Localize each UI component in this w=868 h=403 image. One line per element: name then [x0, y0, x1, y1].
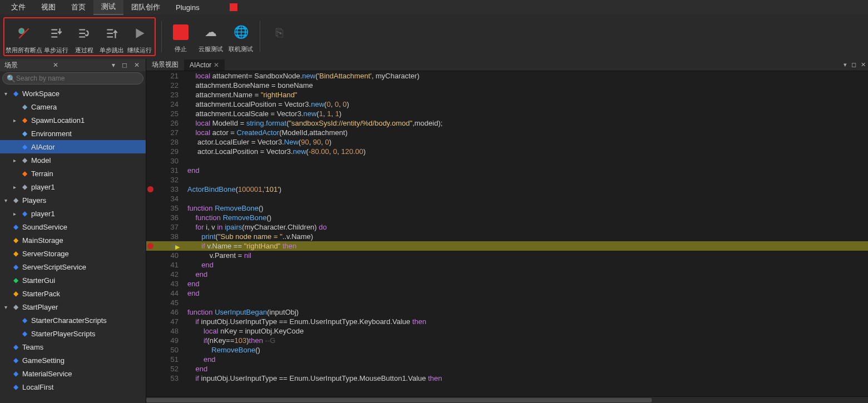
expand-icon[interactable]: ▸ — [11, 157, 18, 163]
tree-node-AIActor[interactable]: ◆AIActor — [0, 140, 146, 153]
search-input[interactable] — [2, 72, 143, 84]
exit-button[interactable]: ⎘ — [266, 19, 292, 54]
breakpoint-gutter[interactable] — [146, 374, 156, 383]
tree-node-StarterCharacterScripts[interactable]: ◆StarterCharacterScripts — [0, 314, 146, 327]
tab-aiactor[interactable]: AIActor ✕ — [184, 59, 225, 71]
breakpoint-gutter[interactable] — [146, 128, 156, 137]
tree-node-SpawnLocation1[interactable]: ▸◆SpawnLocation1 — [0, 113, 146, 127]
tree-node-player1[interactable]: ▸◆player1 — [0, 180, 146, 193]
code-area[interactable]: 21 local attachment= SandboxNode.new('Bi… — [146, 71, 868, 396]
restore-icon[interactable]: ◻ — [849, 61, 859, 68]
tree-node-GameSetting[interactable]: ◆GameSetting — [0, 354, 146, 367]
code-line[interactable]: 40 v.Parent = nil — [146, 251, 868, 260]
popout-icon[interactable]: ◻ — [120, 61, 129, 69]
breakpoint-gutter[interactable] — [146, 364, 156, 374]
breakpoint-gutter[interactable] — [146, 213, 156, 222]
dropdown-icon[interactable]: ▾ — [841, 61, 849, 68]
network-test-button[interactable]: 🌐 联机测试 — [227, 19, 254, 54]
breakpoint-gutter[interactable] — [146, 345, 156, 355]
code-line[interactable]: 37 for i, v in ipairs(myCharacter.Childr… — [146, 222, 868, 232]
scene-tree[interactable]: ▾◆WorkSpace◆Camera▸◆SpawnLocation1◆Envir… — [0, 86, 146, 403]
tree-node-StarterPlayerScripts[interactable]: ◆StarterPlayerScripts — [0, 327, 146, 340]
breakpoint-gutter[interactable] — [146, 260, 156, 270]
breakpoint-gutter[interactable] — [146, 279, 156, 288]
step-run-button[interactable]: 单步运行 — [43, 20, 70, 56]
code-line[interactable]: 43end — [146, 279, 868, 288]
menu-测试[interactable]: 测试 — [93, 0, 123, 15]
expand-icon[interactable]: ▾ — [2, 304, 9, 310]
expand-icon[interactable]: ▸ — [11, 184, 18, 190]
tree-node-Terrain[interactable]: ◆Terrain — [0, 167, 146, 180]
cloud-test-button[interactable]: ☁ 云服测试 — [197, 19, 224, 54]
code-line[interactable]: 30 — [146, 156, 868, 166]
code-line[interactable]: 49 if(nKey==103)then --G — [146, 336, 868, 345]
menu-视图[interactable]: 视图 — [33, 0, 63, 14]
breakpoint-gutter[interactable] — [146, 241, 156, 251]
breakpoint-gutter[interactable] — [146, 90, 156, 99]
code-line[interactable]: 41 end — [146, 260, 868, 270]
code-line[interactable]: 46function UserInputBegan(inputObj) — [146, 307, 868, 317]
expand-icon[interactable]: ▸ — [11, 117, 18, 123]
code-line[interactable]: 53 if inputObj.UserInputType == Enum.Use… — [146, 374, 868, 383]
breakpoint-gutter[interactable] — [146, 326, 156, 336]
breakpoint-gutter[interactable] — [146, 185, 156, 194]
code-line[interactable]: 24 attachment.LocalPosition = Vector3.ne… — [146, 99, 868, 109]
breakpoint-gutter[interactable] — [146, 222, 156, 232]
tree-node-StartPlayer[interactable]: ▾◆StartPlayer — [0, 300, 146, 314]
step-over-button[interactable]: 逐过程 — [71, 20, 97, 56]
breakpoint-gutter[interactable] — [146, 251, 156, 260]
code-line[interactable]: 50 RemoveBone() — [146, 345, 868, 355]
stop-button[interactable]: 停止 — [167, 19, 194, 54]
tree-node-StarterPack[interactable]: ◆StarterPack — [0, 287, 146, 300]
code-line[interactable]: 25 attachment.LocalScale = Vector3.new(1… — [146, 109, 868, 118]
tree-node-player1[interactable]: ▸◆player1 — [0, 207, 146, 220]
breakpoint-gutter[interactable] — [146, 288, 156, 298]
tree-node-LocalFirst[interactable]: ◆LocalFirst — [0, 380, 146, 394]
code-line[interactable]: 21 local attachment= SandboxNode.new('Bi… — [146, 71, 868, 81]
code-line[interactable]: 34 — [146, 194, 868, 203]
breakpoint-gutter[interactable] — [146, 175, 156, 185]
menu-文件[interactable]: 文件 — [3, 0, 33, 14]
code-line[interactable]: 48 local nKey = inputObj.KeyCode — [146, 326, 868, 336]
breakpoint-gutter[interactable] — [146, 81, 156, 90]
code-line[interactable]: 26 local ModelId = string.format("sandbo… — [146, 118, 868, 128]
code-line[interactable]: 44end — [146, 288, 868, 298]
code-line[interactable]: 38 print("Sub node name = "..v.Name) — [146, 232, 868, 241]
continue-button[interactable]: 继续运行 — [126, 20, 153, 56]
code-line[interactable]: 32 — [146, 175, 868, 185]
breakpoint-gutter[interactable] — [146, 298, 156, 307]
close-icon[interactable]: ✕ — [51, 61, 60, 69]
code-line[interactable]: 31end — [146, 166, 868, 175]
breakpoint-gutter[interactable] — [146, 166, 156, 175]
code-line[interactable]: 28 actor.LocalEuler = Vector3.New(90, 90… — [146, 137, 868, 147]
breakpoint-icon[interactable] — [147, 186, 153, 192]
breakpoint-gutter[interactable] — [146, 336, 156, 345]
code-line[interactable]: 33ActorBindBone(100001,'101') — [146, 185, 868, 194]
breakpoint-gutter[interactable] — [146, 270, 156, 279]
tree-node-Camera[interactable]: ◆Camera — [0, 100, 146, 113]
code-line[interactable]: 45 — [146, 298, 868, 307]
breakpoint-gutter[interactable] — [146, 317, 156, 326]
code-line[interactable]: 42 end — [146, 270, 868, 279]
code-line[interactable]: 51 end — [146, 355, 868, 364]
tab-scene-view[interactable]: 场景视图 — [146, 58, 184, 71]
tree-node-StarterGui[interactable]: ◆StarterGui — [0, 273, 146, 287]
tree-node-Environment[interactable]: ◆Environment — [0, 127, 146, 140]
code-line[interactable]: 52 end — [146, 364, 868, 374]
disable-breakpoints-button[interactable]: 禁用所有断点 — [6, 20, 42, 56]
breakpoint-gutter[interactable] — [146, 203, 156, 213]
tree-node-WorkSpace[interactable]: ▾◆WorkSpace — [0, 87, 146, 100]
code-line[interactable]: 23 attachment.Name = "rightHand" — [146, 90, 868, 99]
close-icon[interactable]: ✕ — [859, 61, 868, 68]
tree-node-ServerStorage[interactable]: ◆ServerStorage — [0, 247, 146, 260]
breakpoint-gutter[interactable] — [146, 307, 156, 317]
breakpoint-gutter[interactable] — [146, 147, 156, 156]
breakpoint-gutter[interactable] — [146, 232, 156, 241]
breakpoint-gutter[interactable] — [146, 156, 156, 166]
menu-团队创作[interactable]: 团队创作 — [123, 0, 168, 14]
horizontal-scrollbar[interactable] — [146, 396, 868, 403]
menu-首页[interactable]: 首页 — [63, 0, 93, 14]
code-line[interactable]: 29 actor.LocalPosition = Vector3.new(-80… — [146, 147, 868, 156]
breakpoint-gutter[interactable] — [146, 137, 156, 147]
breakpoint-gutter[interactable] — [146, 118, 156, 128]
